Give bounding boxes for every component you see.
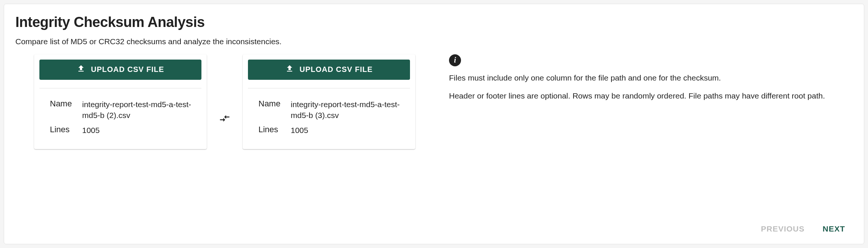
divider <box>39 88 201 88</box>
file-name-row-right: Name integrity-report-test-md5-a-test-md… <box>248 99 410 121</box>
info-panel: i Files must include only one column for… <box>415 54 853 109</box>
upload-csv-button-right[interactable]: UPLOAD CSV FILE <box>248 60 410 80</box>
content-row: UPLOAD CSV FILE Name integrity-report-te… <box>15 54 853 149</box>
upload-csv-button-label: UPLOAD CSV FILE <box>299 65 372 74</box>
file-lines-value-right: 1005 <box>291 125 402 136</box>
file-lines-value-left: 1005 <box>82 125 194 136</box>
upload-csv-button-left[interactable]: UPLOAD CSV FILE <box>39 60 201 80</box>
file-name-row-left: Name integrity-report-test-md5-a-test-md… <box>39 99 201 121</box>
upload-card-right: UPLOAD CSV FILE Name integrity-report-te… <box>243 54 415 149</box>
name-label: Name <box>50 99 82 109</box>
upload-icon <box>77 64 86 75</box>
upload-card-left: UPLOAD CSV FILE Name integrity-report-te… <box>34 54 207 149</box>
file-lines-row-right: Lines 1005 <box>248 125 410 136</box>
info-text-1: Files must include only one column for t… <box>449 72 849 84</box>
swap-files-button[interactable] <box>217 111 233 127</box>
lines-label: Lines <box>50 125 82 134</box>
page-subtitle: Compare list of MD5 or CRC32 checksums a… <box>15 37 853 46</box>
next-button[interactable]: NEXT <box>821 221 847 236</box>
file-name-value-right: integrity-report-test-md5-a-test-md5-b (… <box>291 99 402 121</box>
wizard-nav: PREVIOUS NEXT <box>15 221 853 238</box>
info-text-2: Header or footer lines are optional. Row… <box>449 90 849 102</box>
file-name-value-left: integrity-report-test-md5-a-test-md5-b (… <box>82 99 194 121</box>
info-icon: i <box>449 54 461 66</box>
lines-label: Lines <box>258 125 291 134</box>
previous-button: PREVIOUS <box>759 221 806 236</box>
upload-icon <box>285 64 294 75</box>
upload-csv-button-label: UPLOAD CSV FILE <box>91 65 164 74</box>
main-card: Integrity Checksum Analysis Compare list… <box>4 4 864 244</box>
page-title: Integrity Checksum Analysis <box>15 15 853 30</box>
compare-arrows-icon <box>219 120 230 125</box>
divider <box>248 88 410 88</box>
name-label: Name <box>258 99 291 109</box>
file-lines-row-left: Lines 1005 <box>39 125 201 136</box>
